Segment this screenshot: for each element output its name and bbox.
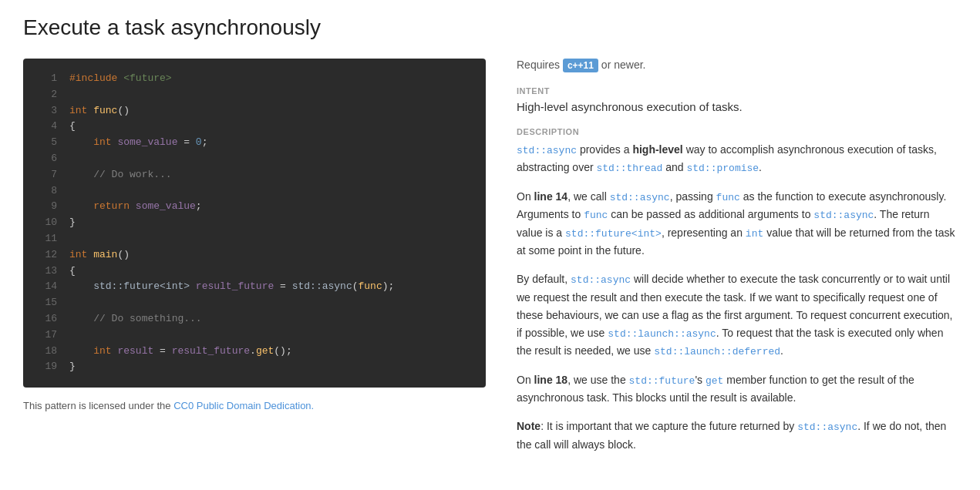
desc-para-p4: On line 18, we use the std::future's get… <box>517 371 957 408</box>
code-line: 1#include <future> <box>23 71 486 87</box>
code-line: 8 <box>23 183 486 200</box>
line-content: int func() <box>69 103 130 119</box>
code-line: 3int func() <box>23 103 486 119</box>
line-number: 19 <box>35 359 57 375</box>
line-number: 3 <box>35 103 57 119</box>
line-content: { <box>69 263 76 280</box>
line-number: 10 <box>35 215 57 231</box>
code-line: 6 <box>23 151 486 167</box>
line-number: 12 <box>35 247 57 263</box>
line-content: } <box>69 215 76 231</box>
code-line: 12int main() <box>23 247 486 263</box>
line-number: 1 <box>35 71 57 87</box>
code-line: 18 int result = result_future.get(); <box>23 344 486 360</box>
code-line: 11 <box>23 231 486 247</box>
line-number: 7 <box>35 167 57 183</box>
line-number: 9 <box>35 199 57 215</box>
line-number: 6 <box>35 151 57 167</box>
line-number: 18 <box>35 344 57 360</box>
line-number: 17 <box>35 327 57 344</box>
code-line: 15 <box>23 295 486 311</box>
line-content: int some_value = 0; <box>69 135 207 151</box>
line-content: #include <future> <box>69 71 172 87</box>
line-content: // Do something... <box>69 311 202 327</box>
desc-para-p3: By default, std::async will decide wheth… <box>517 270 957 361</box>
desc-para-p1: std::async provides a high-level way to … <box>517 141 957 177</box>
intent-text: High-level asynchronous execution of tas… <box>517 100 957 113</box>
line-number: 8 <box>35 183 57 200</box>
requires-line: Requires c++11 or newer. <box>517 59 957 72</box>
code-line: 19} <box>23 359 486 375</box>
line-content: int main() <box>69 247 130 263</box>
left-panel: 1#include <future>23int func()4{5 int so… <box>23 59 486 411</box>
page-title: Execute a task asynchronously <box>23 15 957 40</box>
cpp-badge: c++11 <box>563 59 598 72</box>
line-number: 15 <box>35 295 57 311</box>
line-number: 14 <box>35 279 57 295</box>
line-number: 2 <box>35 87 57 103</box>
line-content: } <box>69 359 76 375</box>
main-layout: 1#include <future>23int func()4{5 int so… <box>23 59 957 454</box>
line-content: std::future<int> result_future = std::as… <box>69 279 394 295</box>
description-label: DESCRIPTION <box>517 127 957 136</box>
intent-label: INTENT <box>517 86 957 96</box>
code-line: 4{ <box>23 119 486 135</box>
desc-para-p2: On line 14, we call std::async, passing … <box>517 188 957 260</box>
line-content: int result = result_future.get(); <box>69 344 292 360</box>
line-number: 4 <box>35 119 57 135</box>
line-content: { <box>69 119 76 135</box>
code-line: 7 // Do work... <box>23 167 486 183</box>
code-line: 13{ <box>23 263 486 280</box>
line-content: return some_value; <box>69 199 202 215</box>
desc-para-p5: Note: It is important that we capture th… <box>517 418 957 454</box>
code-line: 10} <box>23 215 486 231</box>
description-paragraphs: std::async provides a high-level way to … <box>517 141 957 454</box>
line-number: 13 <box>35 263 57 280</box>
line-content: // Do work... <box>69 167 172 183</box>
line-number: 5 <box>35 135 57 151</box>
code-line: 5 int some_value = 0; <box>23 135 486 151</box>
license-link[interactable]: CC0 Public Domain Dedication. <box>173 400 314 411</box>
code-block: 1#include <future>23int func()4{5 int so… <box>23 59 486 388</box>
code-line: 9 return some_value; <box>23 199 486 215</box>
code-line: 16 // Do something... <box>23 311 486 327</box>
line-number: 11 <box>35 231 57 247</box>
code-line: 17 <box>23 327 486 344</box>
code-line: 14 std::future<int> result_future = std:… <box>23 279 486 295</box>
code-line: 2 <box>23 87 486 103</box>
right-panel: Requires c++11 or newer. INTENT High-lev… <box>517 59 957 454</box>
license-text: This pattern is licensed under the CC0 P… <box>23 400 486 411</box>
line-number: 16 <box>35 311 57 327</box>
